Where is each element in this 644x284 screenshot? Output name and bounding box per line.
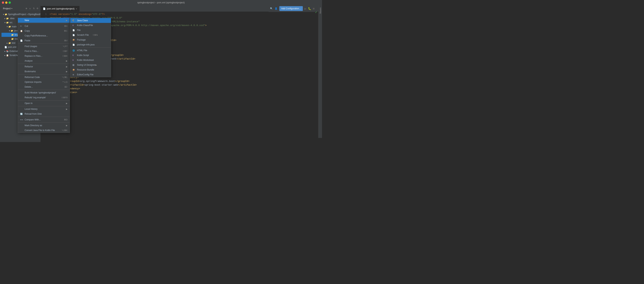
menu-item-build-module[interactable]: Build Module 'springbootproject' <box>18 90 70 95</box>
project-panel-header: Project ▾ ⊕ ≡ ⇅ ⚙ <box>2 5 40 12</box>
menu-item-copy-label: Copy <box>24 29 60 32</box>
cut-shortcut: ⌘X <box>64 25 68 27</box>
active-tab[interactable]: 📄 pom.xml (springbootproject) ✕ <box>40 6 80 11</box>
menu-item-copy[interactable]: 📋 Copy ⌘C <box>18 28 70 33</box>
menu-separator-5 <box>18 90 70 90</box>
maximize-button[interactable] <box>8 1 11 4</box>
submenu-label: Resource Bundle <box>77 68 94 71</box>
submenu-html-file[interactable]: 🌐 HTML File <box>70 48 111 53</box>
menu-item-reload-label: Reload from Disk <box>24 113 68 115</box>
submenu-label: package-info.java <box>77 43 94 46</box>
menu-item-find-in-files[interactable]: Find in Files... ⇧⌘F <box>18 49 70 54</box>
mark-dir-arrow-icon: ▶ <box>66 124 68 127</box>
menu-item-refactor[interactable]: Refactor ▶ <box>18 64 70 69</box>
run-icon[interactable]: ▶ <box>304 7 306 10</box>
submenu-editorconfig[interactable]: ⚙ EditorConfig File <box>70 72 111 77</box>
swing-icon: 🖼 <box>72 64 76 66</box>
menu-item-open-in-label: Open In <box>24 102 66 105</box>
menu-item-compare-with[interactable]: ⟺ Compare With... ⌘D <box>18 117 70 122</box>
find-usages-shortcut: ⌥F7 <box>62 45 68 48</box>
menu-item-copy-path-label: Copy Path/Reference... <box>24 34 68 37</box>
menu-item-find-usages-label: Find Usages <box>24 45 59 48</box>
analyze-arrow-icon: ▶ <box>66 60 68 62</box>
tree-item-label: SpringBootProject ~/SpringBootProject <box>8 13 40 16</box>
menu-item-mark-dir[interactable]: Mark Directory as ▶ <box>18 123 70 128</box>
copy-icon: 📋 <box>20 30 24 32</box>
convert-shortcut: ⌥⌘K <box>62 129 68 132</box>
submenu-package[interactable]: 📦 Package <box>70 37 111 42</box>
menu-item-find-usages[interactable]: Find Usages ⌥F7 <box>18 44 70 49</box>
submenu-swing-ui[interactable]: 🖼 Swing UI Designer ▶ <box>70 62 111 67</box>
menu-item-cut-label: Cut <box>24 25 60 27</box>
submenu-kotlin-class[interactable]: K Kotlin Class/File <box>70 23 111 28</box>
history-arrow-icon: ▶ <box>66 108 68 110</box>
optimize-shortcut: ^⌥O <box>62 81 68 83</box>
menu-item-reload[interactable]: 🔄 Reload from Disk <box>18 111 70 116</box>
menu-item-cut[interactable]: ✂ Cut ⌘X <box>18 24 70 28</box>
submenu-label: Scratch File <box>77 34 89 36</box>
expand-button[interactable]: ⇅ <box>32 7 35 10</box>
menu-item-paste-label: Paste <box>24 39 60 42</box>
reformat-shortcut: ⌥⌘L <box>62 76 68 78</box>
tab-close-button[interactable]: ✕ <box>76 8 77 10</box>
menu-item-paste[interactable]: 📄 Paste ⌘V <box>18 38 70 43</box>
submenu-label: Kotlin Worksheet <box>77 59 94 61</box>
menu-item-reformat-label: Reformat Code <box>24 76 58 78</box>
submenu-label: Swing UI Designer <box>77 64 96 66</box>
submenu-separator-1 <box>70 47 111 48</box>
build-status-icon: ✓ <box>315 10 317 14</box>
menu-separator-8 <box>18 117 70 117</box>
submenu-kotlin-script[interactable]: K Kotlin Script <box>70 53 111 58</box>
avatar-icon[interactable]: 👤 <box>275 7 278 10</box>
paste-shortcut: ⌘V <box>64 39 68 42</box>
kotlin-script-icon: K <box>72 54 76 56</box>
stop-icon[interactable]: ⏹ <box>312 7 315 10</box>
close-button[interactable] <box>2 1 4 4</box>
tree-folder-icon: ▾ 📁 <box>9 29 13 32</box>
submenu-label: Java Class <box>77 19 88 22</box>
add-configuration-button[interactable]: Add Configuration... <box>279 6 303 11</box>
minimize-button[interactable] <box>5 1 8 4</box>
menu-item-delete[interactable]: Delete... ⌦ <box>18 84 70 89</box>
panel-title: Project <box>3 7 10 10</box>
menu-item-reformat[interactable]: Reformat Code ⌥⌘L <box>18 75 70 80</box>
menu-item-replace-label: Replace in Files... <box>24 55 58 57</box>
submenu-java-class[interactable]: C Java Class <box>70 18 111 23</box>
maven-label[interactable]: Maven <box>319 7 322 13</box>
menu-item-convert-kotlin[interactable]: Convert Java File to Kotlin File ⌥⌘K <box>18 128 70 133</box>
maven-panel: Maven <box>318 5 322 138</box>
menu-item-local-history[interactable]: Local History ▶ <box>18 107 70 111</box>
context-menu: New ▶ C Java Class K Kotlin Class/File 📄… <box>18 18 70 133</box>
locate-file-button[interactable]: ⊕ <box>25 7 28 10</box>
menu-item-bookmarks[interactable]: Bookmarks ▶ <box>18 69 70 74</box>
scratch-icon: 📄 <box>72 34 76 36</box>
menu-item-replace-in-files[interactable]: Replace in Files... ⇧⌘R <box>18 54 70 58</box>
menu-item-open-in[interactable]: Open In ▶ <box>18 101 70 106</box>
menu-item-optimize-imports[interactable]: Optimize Imports ^⌥O <box>18 80 70 84</box>
collapse-all-button[interactable]: ≡ <box>28 7 32 10</box>
resource-icon: 📦 <box>72 69 76 71</box>
file-icon: 📄 <box>72 29 76 31</box>
submenu-kotlin-worksheet[interactable]: K Kotlin Worksheet <box>70 58 111 62</box>
reload-icon: 🔄 <box>20 113 24 115</box>
compare-icon: ⟺ <box>20 119 24 121</box>
menu-item-analyze[interactable]: Analyze ▶ <box>18 58 70 63</box>
submenu-label: HTML File <box>77 49 87 52</box>
tree-item-root[interactable]: ▾ 📁 SpringBootProject ~/SpringBootProjec… <box>2 12 40 16</box>
menu-item-delete-label: Delete... <box>24 86 61 88</box>
submenu-scratch-file[interactable]: 📄 Scratch File ⇧⌘N <box>70 32 111 37</box>
debug-icon[interactable]: 🐛 <box>308 7 311 10</box>
submenu-file[interactable]: 📄 File <box>70 28 111 32</box>
compare-shortcut: ⌘D <box>64 119 68 121</box>
submenu-resource-bundle[interactable]: 📦 Resource Bundle <box>70 67 111 72</box>
menu-item-new[interactable]: New ▶ C Java Class K Kotlin Class/File 📄… <box>18 18 70 23</box>
search-icon[interactable]: 🔍 <box>270 7 273 10</box>
menu-item-rebuild[interactable]: Rebuild 'org.example' ⇧⌘F9 <box>18 95 70 100</box>
settings-icon[interactable]: ⚙ <box>36 7 39 10</box>
submenu-label: Kotlin Class/File <box>77 24 93 27</box>
menu-item-copy-path[interactable]: Copy Path/Reference... <box>18 33 70 38</box>
submenu-package-info[interactable]: 📄 package-info.java <box>70 42 111 47</box>
rebuild-shortcut: ⇧⌘F9 <box>61 96 68 99</box>
window-controls[interactable] <box>2 1 11 4</box>
tree-item-label: main <box>12 25 16 28</box>
